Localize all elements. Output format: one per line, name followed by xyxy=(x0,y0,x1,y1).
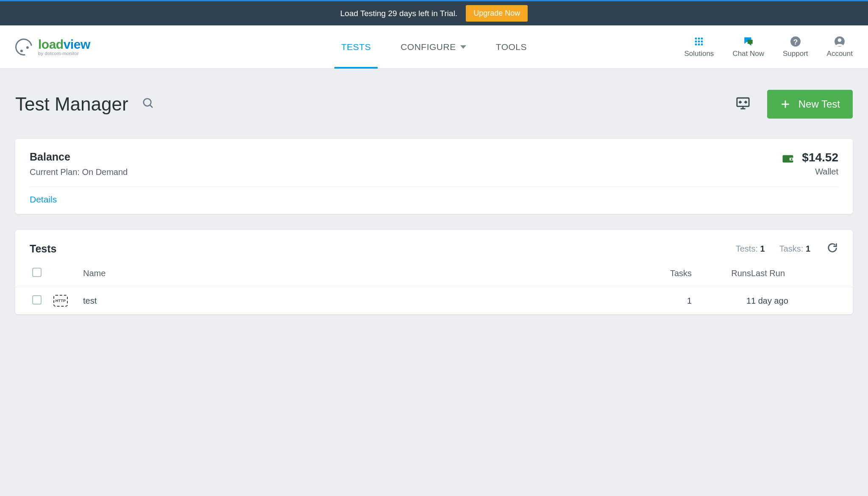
nav-chat-now[interactable]: Chat Now xyxy=(732,36,764,58)
col-tasks: Tasks xyxy=(632,260,692,287)
nav-tests[interactable]: TESTS xyxy=(341,25,371,68)
tests-card: Tests Tests: 1 Tasks: 1 Name Tasks Runs … xyxy=(15,230,853,314)
plus-icon xyxy=(780,99,791,110)
row-tasks: 1 xyxy=(632,287,692,315)
svg-point-6 xyxy=(695,43,697,45)
svg-point-5 xyxy=(701,40,703,42)
main-header: loadview by dotcom-monitor TESTS CONFIGU… xyxy=(0,25,868,69)
tests-section-title: Tests xyxy=(30,243,56,255)
search-icon[interactable] xyxy=(142,97,155,111)
gauge-icon xyxy=(12,35,36,59)
content-area: Test Manager New Test Balance Current Pl… xyxy=(0,69,868,335)
col-name: Name xyxy=(83,260,632,287)
svg-point-4 xyxy=(698,40,700,42)
svg-point-1 xyxy=(698,37,700,39)
balance-card: Balance Current Plan: On Demand $14.52 W… xyxy=(15,139,853,214)
brand-logo[interactable]: loadview by dotcom-monitor xyxy=(15,38,90,56)
secondary-nav: Solutions Chat Now ? Support Account xyxy=(684,36,853,58)
svg-line-14 xyxy=(150,105,152,108)
svg-point-0 xyxy=(695,37,697,39)
row-checkbox[interactable] xyxy=(32,295,42,305)
new-test-button[interactable]: New Test xyxy=(767,90,853,119)
balance-title: Balance xyxy=(30,151,128,163)
nav-solutions[interactable]: Solutions xyxy=(684,36,714,58)
svg-point-7 xyxy=(698,43,700,45)
nav-account[interactable]: Account xyxy=(827,36,853,58)
brand-name: loadview xyxy=(38,38,90,51)
svg-point-3 xyxy=(695,40,697,42)
svg-point-13 xyxy=(143,99,151,106)
balance-plan: Current Plan: On Demand xyxy=(30,167,128,177)
nav-support[interactable]: ? Support xyxy=(783,36,808,58)
svg-point-8 xyxy=(701,43,703,45)
brand-byline: by dotcom-monitor xyxy=(38,51,90,56)
tests-stats: Tests: 1 Tasks: 1 xyxy=(736,242,838,256)
tests-table: Name Tasks Runs Last Run HTTP test 1 xyxy=(15,260,853,314)
svg-point-24 xyxy=(791,158,793,160)
row-runs: 1 xyxy=(692,287,751,315)
trial-banner: Load Testing 29 days left in Trial. Upgr… xyxy=(0,0,868,25)
wallet-icon xyxy=(782,152,794,167)
primary-nav: TESTS CONFIGURE TOOLS xyxy=(341,25,527,68)
balance-amount: $14.52 xyxy=(802,151,838,164)
svg-point-12 xyxy=(838,38,842,42)
table-row[interactable]: HTTP test 1 1 1 day ago xyxy=(15,287,853,315)
svg-point-2 xyxy=(701,37,703,39)
help-icon: ? xyxy=(790,36,801,47)
svg-text:?: ? xyxy=(793,37,798,46)
nav-configure[interactable]: CONFIGURE xyxy=(401,25,466,68)
monitor-icon[interactable] xyxy=(736,96,750,112)
col-last-run: Last Run xyxy=(751,260,853,287)
col-runs: Runs xyxy=(692,260,751,287)
page-title: Test Manager xyxy=(15,94,128,115)
upgrade-now-button[interactable]: Upgrade Now xyxy=(466,5,528,22)
http-test-icon: HTTP xyxy=(53,295,68,307)
row-last-run: 1 day ago xyxy=(751,287,853,315)
wallet-label: Wallet xyxy=(802,167,838,177)
chat-icon xyxy=(743,36,754,47)
select-all-checkbox[interactable] xyxy=(32,268,42,277)
page-header: Test Manager New Test xyxy=(15,90,853,119)
grid-apps-icon xyxy=(693,36,704,47)
refresh-icon[interactable] xyxy=(826,242,838,256)
balance-details-link[interactable]: Details xyxy=(30,194,57,205)
row-name: test xyxy=(83,287,632,315)
nav-tools[interactable]: TOOLS xyxy=(496,25,527,68)
trial-message: Load Testing 29 days left in Trial. xyxy=(340,9,457,18)
account-icon xyxy=(834,36,845,47)
chevron-down-icon xyxy=(460,45,466,49)
